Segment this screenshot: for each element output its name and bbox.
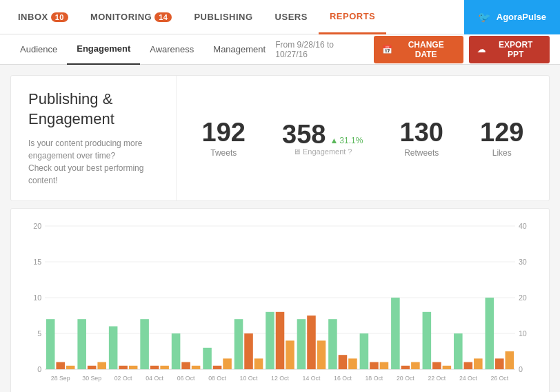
svg-text:30 Sep: 30 Sep bbox=[82, 375, 101, 382]
sub-navigation: Audience Engagement Awareness Management… bbox=[0, 34, 560, 65]
svg-text:20 Oct: 20 Oct bbox=[397, 375, 414, 382]
subnav-audience[interactable]: Audience bbox=[10, 34, 67, 65]
svg-text:30: 30 bbox=[519, 258, 527, 266]
stat-likes: 129 Likes bbox=[480, 119, 523, 158]
svg-text:16 Oct: 16 Oct bbox=[334, 375, 352, 382]
svg-text:0: 0 bbox=[37, 365, 41, 373]
svg-rect-52 bbox=[328, 319, 337, 369]
svg-rect-53 bbox=[339, 355, 348, 369]
nav-publishing[interactable]: PUBLISHING bbox=[183, 0, 263, 34]
upload-icon: ☁ bbox=[477, 45, 486, 54]
svg-rect-45 bbox=[276, 312, 285, 369]
svg-rect-17 bbox=[56, 362, 65, 369]
export-ppt-button[interactable]: ☁ EXPORT PPT bbox=[469, 36, 550, 63]
calendar-icon: 📅 bbox=[382, 45, 392, 54]
date-range-label: From 9/28/16 to 10/27/16 bbox=[275, 40, 367, 59]
svg-text:06 Oct: 06 Oct bbox=[177, 375, 195, 382]
nav-inbox[interactable]: INBOX 10 bbox=[7, 0, 79, 34]
svg-rect-61 bbox=[401, 366, 410, 369]
svg-rect-33 bbox=[181, 362, 190, 369]
svg-rect-65 bbox=[432, 362, 441, 369]
chart-container: 20 15 10 5 0 40 30 20 10 0 28 Sep30 Sep0… bbox=[10, 208, 550, 392]
agorapulse-twitter-button[interactable]: 🐦 AgoraPulse bbox=[464, 0, 560, 34]
svg-rect-21 bbox=[88, 366, 97, 369]
svg-rect-22 bbox=[97, 362, 106, 369]
svg-text:10: 10 bbox=[519, 329, 527, 338]
stats-description: Publishing &Engagement Is your content p… bbox=[11, 76, 177, 200]
subnav-awareness[interactable]: Awareness bbox=[140, 34, 203, 65]
svg-text:5: 5 bbox=[37, 329, 41, 338]
svg-rect-50 bbox=[317, 341, 326, 370]
svg-rect-25 bbox=[119, 366, 128, 369]
svg-rect-64 bbox=[423, 312, 432, 369]
svg-rect-36 bbox=[203, 348, 212, 369]
svg-text:02 Oct: 02 Oct bbox=[114, 375, 132, 382]
nav-reports[interactable]: REPORTS bbox=[319, 0, 386, 34]
svg-text:10 Oct: 10 Oct bbox=[240, 375, 258, 382]
svg-rect-66 bbox=[443, 366, 452, 369]
svg-rect-28 bbox=[140, 319, 149, 369]
svg-rect-24 bbox=[109, 327, 118, 369]
svg-rect-41 bbox=[244, 333, 253, 369]
monitor-icon: 🖥 bbox=[293, 147, 301, 156]
svg-rect-38 bbox=[223, 359, 232, 370]
svg-text:15: 15 bbox=[33, 258, 41, 266]
svg-text:22 Oct: 22 Oct bbox=[428, 375, 446, 382]
svg-rect-69 bbox=[464, 362, 473, 369]
svg-text:20: 20 bbox=[519, 293, 527, 302]
stats-card: Publishing &Engagement Is your content p… bbox=[10, 75, 550, 201]
svg-text:18 Oct: 18 Oct bbox=[366, 375, 383, 382]
svg-rect-32 bbox=[172, 333, 181, 369]
chart-area: 20 15 10 5 0 40 30 20 10 0 28 Sep30 Sep0… bbox=[18, 219, 542, 392]
svg-rect-29 bbox=[150, 366, 159, 369]
nav-monitoring[interactable]: MONITORING 14 bbox=[79, 0, 183, 34]
subnav-engagement[interactable]: Engagement bbox=[67, 34, 140, 65]
svg-text:10: 10 bbox=[33, 293, 41, 302]
svg-rect-44 bbox=[266, 312, 274, 369]
svg-text:40: 40 bbox=[519, 222, 527, 230]
svg-text:20: 20 bbox=[33, 222, 41, 230]
svg-rect-48 bbox=[297, 319, 306, 369]
svg-rect-20 bbox=[77, 319, 86, 369]
stats-title: Publishing &Engagement bbox=[28, 90, 159, 129]
top-navigation: INBOX 10 MONITORING 14 PUBLISHING USERS … bbox=[0, 0, 560, 34]
stats-desc1: Is your content producing more engagemen… bbox=[28, 137, 159, 162]
change-date-button[interactable]: 📅 CHANGE DATE bbox=[374, 36, 463, 63]
bar-chart: 20 15 10 5 0 40 30 20 10 0 28 Sep30 Sep0… bbox=[18, 219, 542, 392]
stat-retweets: 130 Retweets bbox=[400, 119, 443, 158]
svg-rect-42 bbox=[254, 359, 263, 370]
stats-desc2: Check out your best performing content! bbox=[28, 162, 159, 187]
svg-rect-73 bbox=[495, 359, 504, 370]
stat-engagement: 358 ▲ 31.1% 🖥 Engagement ? bbox=[282, 121, 363, 156]
svg-text:12 Oct: 12 Oct bbox=[271, 375, 289, 382]
engagement-trend: ▲ 31.1% bbox=[330, 136, 363, 145]
svg-rect-54 bbox=[348, 359, 357, 370]
svg-rect-58 bbox=[380, 362, 389, 369]
twitter-icon: 🐦 bbox=[478, 11, 491, 23]
svg-rect-60 bbox=[391, 298, 400, 369]
stat-tweets: 192 Tweets bbox=[202, 119, 246, 158]
subnav-management[interactable]: Management bbox=[203, 34, 275, 65]
svg-rect-74 bbox=[506, 351, 514, 369]
svg-rect-57 bbox=[370, 362, 379, 369]
svg-text:0: 0 bbox=[519, 365, 523, 373]
svg-text:28 Sep: 28 Sep bbox=[51, 375, 70, 382]
svg-rect-70 bbox=[474, 359, 483, 370]
svg-rect-18 bbox=[66, 366, 75, 369]
nav-users[interactable]: USERS bbox=[264, 0, 319, 34]
svg-text:04 Oct: 04 Oct bbox=[146, 375, 163, 382]
svg-rect-46 bbox=[286, 341, 294, 370]
svg-rect-16 bbox=[46, 319, 55, 369]
svg-rect-34 bbox=[192, 366, 201, 369]
svg-text:14 Oct: 14 Oct bbox=[303, 375, 321, 382]
svg-text:08 Oct: 08 Oct bbox=[208, 375, 226, 382]
svg-rect-68 bbox=[454, 333, 463, 369]
stats-numbers: 192 Tweets 358 ▲ 31.1% 🖥 Engagement ? 13… bbox=[177, 76, 549, 200]
svg-rect-72 bbox=[486, 298, 494, 369]
info-icon: ? bbox=[348, 147, 352, 156]
svg-rect-30 bbox=[160, 366, 169, 369]
svg-rect-40 bbox=[234, 319, 243, 369]
svg-rect-49 bbox=[307, 316, 316, 369]
svg-rect-26 bbox=[129, 366, 138, 369]
svg-text:26 Oct: 26 Oct bbox=[490, 375, 508, 382]
